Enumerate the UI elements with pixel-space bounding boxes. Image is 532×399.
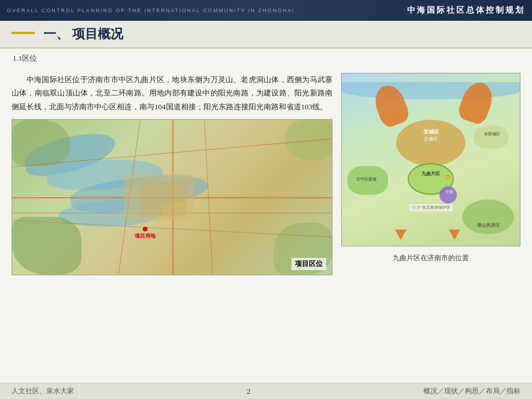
- project-label: 项目用地: [135, 233, 156, 239]
- right-panel: 老城区 主城区 东部城区 九曲片区 中宫 古中区新城 "三川"生态旅游保护区: [341, 73, 520, 275]
- section-title: 一、 项目概况: [43, 25, 123, 43]
- description-text: 中海国际社区位于济南市市中区九曲片区，地块东侧为万灵山、老虎洞山体，西侧为马武寨…: [12, 73, 332, 113]
- footer-left: 人文社区、泉水大家: [12, 386, 74, 396]
- map-left-label-text: 项目区位: [295, 260, 323, 268]
- header-right-text: 中海国际社区总体控制规划: [407, 5, 525, 16]
- right-map-caption: 九曲片区在济南市的位置: [341, 253, 520, 263]
- left-map-bg: 项目用地 项目区位: [12, 120, 332, 275]
- header-left-text: OVERALL CONTROL PLANNING OF THE INTERNAT…: [7, 8, 295, 13]
- project-dot: [143, 227, 147, 231]
- section-title-bar: 一、 项目概况: [0, 21, 532, 49]
- left-panel: 中海国际社区位于济南市市中区九曲片区，地块东侧为万灵山、老虎洞山体，西侧为马武寨…: [12, 73, 332, 275]
- footer-right: 概况／现状／构思／布局／指标: [423, 386, 520, 396]
- map-left-label: 项目区位: [291, 258, 326, 270]
- right-map-container: 老城区 主城区 东部城区 九曲片区 中宫 古中区新城 "三川"生态旅游保护区: [341, 73, 520, 246]
- right-map-bg: 老城区 主城区 东部城区 九曲片区 中宫 古中区新城 "三川"生态旅游保护区: [342, 73, 520, 246]
- left-map-container: 项目用地 项目区位: [12, 119, 332, 275]
- top-header: OVERALL CONTROL PLANNING OF THE INTERNAT…: [0, 0, 532, 21]
- project-marker: 项目用地: [128, 227, 162, 240]
- footer: 人文社区、泉水大家 2 概况／现状／构思／布局／指标: [0, 383, 532, 399]
- footer-page-number: 2: [247, 387, 251, 396]
- main-content: 中海国际社区位于济南市市中区九曲片区，地块东侧为万灵山、老虎洞山体，西侧为马武寨…: [0, 67, 532, 281]
- subsection-label: 1.1区位: [13, 53, 519, 64]
